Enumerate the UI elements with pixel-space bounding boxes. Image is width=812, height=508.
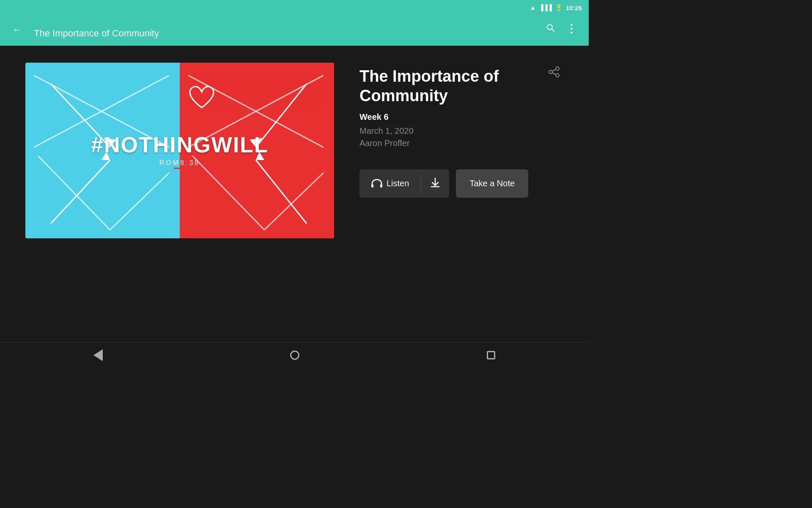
download-button[interactable]: [421, 169, 449, 198]
svg-point-0: [547, 25, 552, 30]
sermon-week: Week 6: [359, 112, 563, 122]
artwork-left-panel: [25, 63, 180, 238]
svg-line-5: [110, 173, 169, 230]
artwork-container: #NOTHINGWILL ROM8:38: [25, 63, 334, 238]
svg-line-22: [552, 73, 556, 75]
sermon-speaker: Aaron Proffer: [359, 138, 563, 148]
artwork-heart-icon: [188, 85, 216, 110]
app-bar: ▲ ▐▐▐ 🔋 10:26 ← The Importance of Commun…: [0, 0, 589, 46]
status-bar: ▲ ▐▐▐ 🔋 10:26: [0, 0, 589, 15]
sermon-title: The Importance of Community: [359, 67, 520, 105]
take-note-button[interactable]: Take a Note: [456, 169, 528, 198]
back-triangle-icon: [93, 349, 103, 361]
sermon-date: March 1, 2020: [359, 126, 563, 136]
signal-icon: ▐▐▐: [539, 4, 552, 11]
app-bar-title: The Importance of Community: [34, 28, 539, 39]
nav-home-button[interactable]: [282, 346, 308, 364]
svg-point-18: [556, 67, 559, 70]
more-options-button[interactable]: ⋮: [562, 19, 580, 39]
headphone-icon: [371, 179, 382, 189]
download-icon: [430, 177, 441, 188]
nav-back-button[interactable]: [85, 345, 111, 365]
svg-marker-9: [102, 152, 110, 160]
svg-rect-23: [371, 184, 373, 188]
svg-line-21: [552, 69, 556, 71]
svg-marker-17: [256, 152, 264, 160]
nav-recent-button[interactable]: [478, 347, 504, 364]
svg-line-6: [51, 84, 110, 147]
action-buttons: Listen Take a Note: [359, 169, 563, 198]
main-content: #NOTHINGWILL ROM8:38 The Importance of C…: [0, 46, 589, 342]
wifi-icon: ▲: [530, 4, 536, 11]
status-time: 10:26: [566, 4, 582, 11]
svg-line-4: [38, 156, 110, 230]
svg-line-12: [192, 156, 264, 230]
share-button[interactable]: [545, 63, 563, 84]
listen-button[interactable]: Listen: [359, 169, 421, 198]
detail-section: The Importance of Community Week 6 March…: [359, 63, 563, 198]
svg-line-1: [552, 29, 554, 32]
search-button[interactable]: [542, 19, 559, 39]
home-circle-icon: [290, 351, 299, 360]
svg-line-8: [51, 160, 110, 224]
svg-point-19: [549, 70, 552, 74]
battery-icon: 🔋: [555, 4, 562, 11]
bottom-nav: [0, 342, 589, 367]
svg-point-20: [556, 74, 559, 77]
recent-square-icon: [487, 351, 495, 359]
listen-download-group: Listen: [359, 169, 449, 198]
svg-rect-24: [380, 184, 382, 188]
back-button[interactable]: ←: [8, 20, 25, 39]
